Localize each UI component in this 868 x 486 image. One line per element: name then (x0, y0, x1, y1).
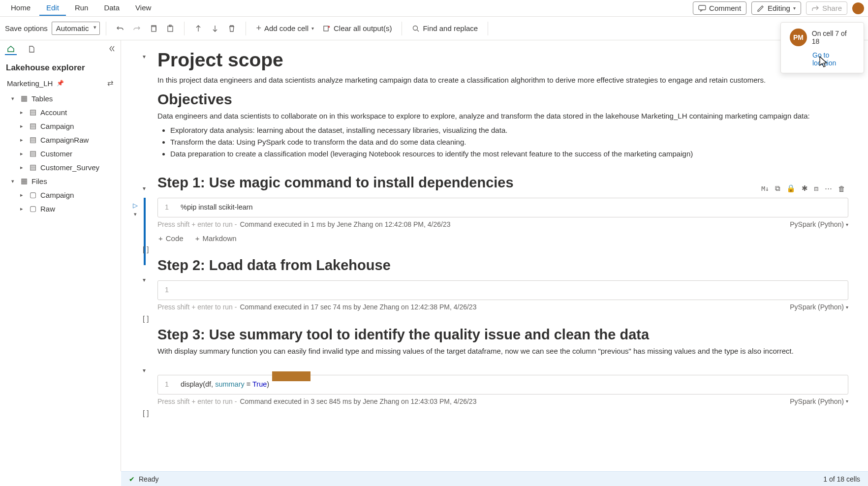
clear-output-button[interactable]: Clear all output(s) (319, 22, 396, 34)
cell-action-icon[interactable]: ⧈ (814, 184, 819, 193)
add-cell-row: +Code +Markdown (157, 234, 848, 243)
line-number: 1 (165, 380, 175, 388)
chevron-down-icon[interactable]: ▾ (134, 211, 137, 217)
code-cell-3[interactable]: [ ] 1display(df, summary = True) Press s… (157, 375, 848, 406)
kernel-label: PySpark (Python) (790, 303, 844, 311)
notebook-area[interactable]: ▾ Project scope In this project data eng… (121, 40, 868, 471)
add-code-cell-button[interactable]: + Add code cell ▾ (252, 21, 318, 35)
more-icon[interactable]: ⋯ (825, 184, 832, 193)
chevron-right-icon: ▸ (18, 192, 26, 198)
kernel-selector[interactable]: PySpark (Python)▾ (790, 397, 848, 405)
add-code-button[interactable]: +Code (158, 234, 184, 243)
table-row[interactable]: ▸▤Account (0, 105, 121, 119)
collapse-cell-icon[interactable]: ▾ (143, 276, 146, 283)
code-content: display(df, summary = True) (181, 380, 269, 388)
lakehouse-name-row[interactable]: Marketing_LH 📌 ⇄ (0, 76, 121, 91)
menu-edit[interactable]: Edit (39, 0, 66, 16)
collapse-cell-icon[interactable]: ▾ (143, 367, 146, 374)
tree: ▾ ▦ Tables ▸▤Account ▸▤Campaign ▸▤Campai… (0, 91, 121, 216)
step3-paragraph: With display summary function you can ea… (157, 346, 848, 357)
find-replace-button[interactable]: Find and replace (408, 22, 482, 34)
line-number: 1 (165, 286, 175, 294)
objectives-list: Exploratory data analysis: learning abou… (157, 124, 848, 160)
code-editor[interactable]: 1 (157, 280, 848, 300)
lakehouse-tab[interactable] (5, 43, 17, 55)
collapse-panel-button[interactable] (108, 45, 116, 54)
svg-point-5 (413, 26, 418, 30)
table-row[interactable]: ▸▤Customer (0, 147, 121, 160)
chevron-right-icon: ▸ (18, 137, 26, 143)
move-down-button[interactable] (207, 21, 223, 36)
execution-bracket: [ ] (143, 314, 149, 323)
toolbar: Save options Automatic + Add code cell ▾… (0, 17, 868, 40)
folder-row[interactable]: ▸▢Campaign (0, 188, 121, 202)
kernel-selector[interactable]: PySpark (Python)▾ (790, 303, 848, 311)
execution-bracket: [ ] (143, 409, 149, 417)
run-hint: Press shift + enter to run - (157, 303, 237, 311)
folder-icon: ▦ (20, 177, 29, 185)
folder-row[interactable]: ▸▢Raw (0, 202, 121, 215)
run-cell-button[interactable]: ▷ (133, 202, 138, 209)
pencil-icon (757, 4, 765, 12)
folder-icon: ▦ (20, 94, 29, 103)
objectives-paragraph: Data engineers and data scientists to co… (157, 111, 848, 122)
delete-button[interactable] (224, 21, 240, 36)
code-cell-2[interactable]: [ ] 1 Press shift + enter to run - Comma… (157, 280, 848, 312)
menu-data[interactable]: Data (97, 0, 126, 16)
presence-avatar[interactable]: PM (790, 29, 807, 46)
menu-home[interactable]: Home (4, 0, 37, 16)
share-button[interactable]: Share (806, 1, 847, 15)
menu-view[interactable]: View (128, 0, 158, 16)
tables-node[interactable]: ▾ ▦ Tables (0, 91, 121, 105)
code-editor[interactable]: 1%pip install scikit-learn (157, 198, 848, 217)
add-markdown-button[interactable]: +Markdown (195, 234, 237, 243)
folder-icon: ▢ (29, 190, 37, 199)
add-code-label: Code (166, 234, 184, 243)
kernel-selector[interactable]: PySpark (Python)▾ (790, 220, 848, 228)
notebook-inner: ▾ Project scope In this project data eng… (121, 40, 868, 426)
collapse-cell-icon[interactable]: ▾ (143, 185, 146, 192)
cell-gutter: ▷ ▾ (133, 202, 138, 217)
comment-icon (698, 4, 706, 12)
code-editor[interactable]: 1display(df, summary = True) (157, 375, 848, 395)
trash-icon[interactable]: 🗑 (838, 184, 845, 193)
snowflake-icon[interactable]: ✱ (802, 184, 808, 193)
step1-heading: Step 1: Use magic command to install dep… (157, 175, 848, 191)
redo-button[interactable] (129, 21, 145, 36)
comment-button[interactable]: Comment (693, 1, 746, 15)
code-content: %pip install scikit-learn (181, 203, 253, 211)
table-row[interactable]: ▸▤CampaignRaw (0, 133, 121, 147)
tables-label: Tables (31, 94, 53, 103)
lock-icon[interactable]: 🔒 (786, 184, 796, 193)
editing-button[interactable]: Editing ▾ (751, 1, 801, 15)
chevron-down-icon: ▾ (846, 398, 848, 404)
user-avatar[interactable] (852, 2, 864, 14)
side-panel-title: Lakehouse explorer (0, 58, 121, 76)
search-icon (412, 25, 420, 32)
undo-button[interactable] (112, 21, 128, 36)
refresh-icon[interactable]: ⇄ (107, 79, 114, 88)
cell-action-icon[interactable]: ⧉ (775, 184, 780, 193)
table-name: Account (40, 108, 67, 117)
markdown-badge[interactable]: M↓ (761, 185, 769, 192)
menu-run[interactable]: Run (68, 0, 95, 16)
table-icon: ▤ (29, 163, 37, 172)
plus-icon: + (195, 234, 200, 243)
copy-button[interactable] (146, 21, 161, 36)
pin-icon[interactable]: 📌 (57, 80, 64, 87)
table-row[interactable]: ▸▤Campaign (0, 119, 121, 133)
execution-status: Command executed in 3 sec 845 ms by Jene… (240, 397, 476, 405)
execution-status: Command executed in 17 sec 74 ms by Jene… (240, 303, 476, 311)
files-node[interactable]: ▾ ▦ Files (0, 174, 121, 188)
table-name: Customer (40, 150, 72, 158)
code-cell-1[interactable]: M↓ ⧉ 🔒 ✱ ⧈ ⋯ 🗑 ▷ ▾ [ ] 1%pip install sci… (157, 198, 848, 243)
paste-button[interactable] (162, 21, 178, 36)
arrow-up-icon (194, 25, 202, 32)
move-up-button[interactable] (190, 21, 206, 36)
save-mode-select[interactable]: Automatic (52, 22, 100, 35)
chevron-right-icon: ▸ (18, 109, 26, 116)
collapse-cell-icon[interactable]: ▾ (143, 53, 146, 60)
files-tab[interactable] (26, 43, 37, 55)
table-row[interactable]: ▸▤Customer_Survey (0, 160, 121, 174)
arrow-down-icon (211, 25, 219, 32)
